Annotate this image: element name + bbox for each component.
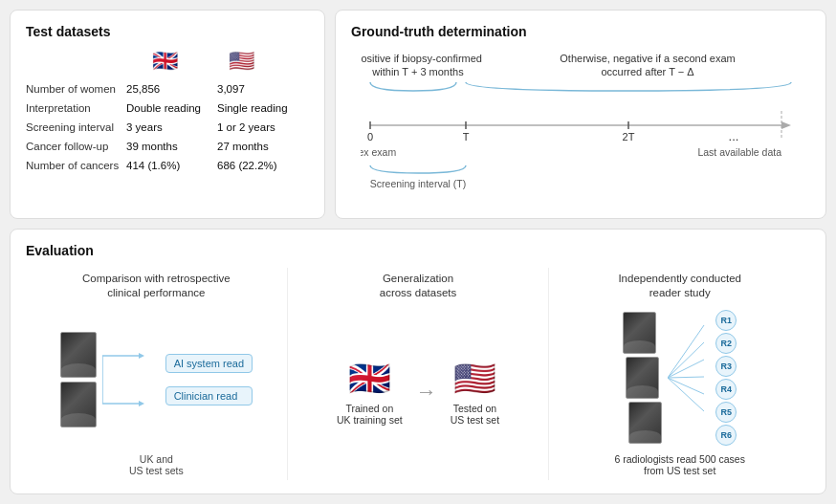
mammogram-image xyxy=(60,382,97,427)
reader-r1: R1 xyxy=(715,310,737,331)
row-label: Number of women xyxy=(26,81,126,97)
arrow-right-icon: → xyxy=(416,380,437,405)
test-datasets-card: Test datasets 🇬🇧 🇺🇸 Number of women 25,8… xyxy=(10,10,325,219)
svg-text:Positive if biopsy-confirmed: Positive if biopsy-confirmed xyxy=(361,53,482,64)
svg-text:within T + 3 months: within T + 3 months xyxy=(371,66,464,77)
reader-r6: R6 xyxy=(715,425,737,446)
reader-connector-lines xyxy=(668,316,706,440)
row-val-us: 1 or 2 years xyxy=(217,120,275,135)
reader-inner: R1 R2 R3 R4 R5 R6 xyxy=(623,310,737,446)
row-label: Screening interval xyxy=(26,120,126,135)
svg-text:...: ... xyxy=(729,129,739,143)
svg-marker-5 xyxy=(781,121,791,129)
svg-marker-18 xyxy=(139,353,144,359)
svg-text:T: T xyxy=(463,131,470,142)
ai-read-box: AI system read xyxy=(165,354,253,373)
datasets-table: 🇬🇧 🇺🇸 Number of women 25,856 3,097 Inter… xyxy=(26,49,309,173)
mammogram-image xyxy=(623,312,656,354)
uk-flag: 🇬🇧 xyxy=(126,49,203,74)
ground-truth-title: Ground-truth determination xyxy=(351,24,810,39)
comparison-caption: UK andUS test sets xyxy=(129,453,184,476)
reader-r3: R3 xyxy=(715,356,737,377)
reader-r4: R4 xyxy=(715,379,737,400)
svg-text:Index exam: Index exam xyxy=(361,146,396,158)
table-row: Screening interval 3 years 1 or 2 years xyxy=(26,120,309,135)
svg-text:Screening interval (T): Screening interval (T) xyxy=(370,178,466,189)
mammogram-image xyxy=(626,357,659,399)
svg-line-22 xyxy=(668,325,704,378)
generalization-section: Generalizationacross datasets 🇬🇧 Trained… xyxy=(288,268,550,480)
mammogram-image xyxy=(60,332,97,378)
evaluation-title: Evaluation xyxy=(26,243,810,258)
svg-text:2T: 2T xyxy=(623,131,635,142)
svg-text:0: 0 xyxy=(367,131,373,142)
row-label: Interpretation xyxy=(26,100,126,116)
reader-study-title: Independently conductedreader study xyxy=(618,272,741,300)
uk-gen-label: Trained onUK training set xyxy=(337,403,403,426)
table-row: Number of women 25,856 3,097 xyxy=(26,81,309,97)
comparison-title: Comparison with retrospectiveclinical pe… xyxy=(82,272,231,300)
clinician-read-box: Clinician read xyxy=(165,386,253,405)
reader-r2: R2 xyxy=(715,333,737,354)
us-flag-gen: 🇺🇸 xyxy=(453,359,496,399)
svg-marker-20 xyxy=(139,401,144,406)
row-val-us: 27 months xyxy=(217,139,269,154)
row-val-us: 686 (22.2%) xyxy=(217,158,277,173)
reader-r5: R5 xyxy=(715,402,737,423)
mammogram-image xyxy=(628,402,662,444)
connector-lines xyxy=(102,332,160,427)
generalization-title: Generalizationacross datasets xyxy=(380,272,457,300)
svg-line-25 xyxy=(668,377,704,378)
svg-text:occurred after T − Δ: occurred after T − Δ xyxy=(601,66,694,77)
comparison-content: AI system read Clinician read xyxy=(33,308,279,451)
row-label: Cancer follow-up xyxy=(26,139,126,154)
comparison-section: Comparison with retrospectiveclinical pe… xyxy=(26,268,288,480)
table-row: Cancer follow-up 39 months 27 months xyxy=(26,139,309,154)
table-row: Interpretation Double reading Single rea… xyxy=(26,100,309,116)
svg-line-24 xyxy=(668,360,704,378)
generalization-content: 🇬🇧 Trained onUK training set → 🇺🇸 Tested… xyxy=(296,308,541,476)
row-val-uk: 3 years xyxy=(126,120,217,135)
row-val-uk: 414 (1.6%) xyxy=(126,158,217,173)
row-label: Number of cancers xyxy=(26,158,126,173)
row-val-uk: 39 months xyxy=(126,139,217,154)
row-val-uk: Double reading xyxy=(126,100,217,116)
reader-circles: R1 R2 R3 R4 R5 R6 xyxy=(715,310,737,446)
svg-text:Last available data: Last available data xyxy=(697,146,781,158)
uk-flag-gen: 🇬🇧 xyxy=(348,359,391,399)
svg-line-27 xyxy=(668,378,704,411)
row-val-us: 3,097 xyxy=(217,81,245,97)
row-val-uk: 25,856 xyxy=(126,81,217,97)
us-flag: 🇺🇸 xyxy=(203,49,279,74)
ground-truth-card: Ground-truth determination Positive if b… xyxy=(335,10,826,219)
svg-line-23 xyxy=(668,342,704,378)
reader-caption: 6 radiologists read 500 casesfrom US tes… xyxy=(614,453,745,476)
timeline-svg: Positive if biopsy-confirmed within T + … xyxy=(361,49,801,202)
svg-text:Otherwise, negative if a secon: Otherwise, negative if a second exam xyxy=(560,53,735,64)
us-gen-label: Tested onUS test set xyxy=(451,403,499,426)
reader-study-content: R1 R2 R3 R4 R5 R6 xyxy=(557,308,803,448)
row-val-us: Single reading xyxy=(217,100,288,116)
test-datasets-title: Test datasets xyxy=(26,24,309,39)
svg-line-26 xyxy=(668,378,704,394)
timeline-container: Positive if biopsy-confirmed within T + … xyxy=(351,49,810,205)
eval-sections: Comparison with retrospectiveclinical pe… xyxy=(26,268,810,480)
table-row: Number of cancers 414 (1.6%) 686 (22.2%) xyxy=(26,158,309,173)
gen-inner: 🇬🇧 Trained onUK training set → 🇺🇸 Tested… xyxy=(337,359,499,426)
evaluation-card: Evaluation Comparison with retrospective… xyxy=(10,229,826,494)
reader-study-section: Independently conductedreader study xyxy=(549,268,810,480)
